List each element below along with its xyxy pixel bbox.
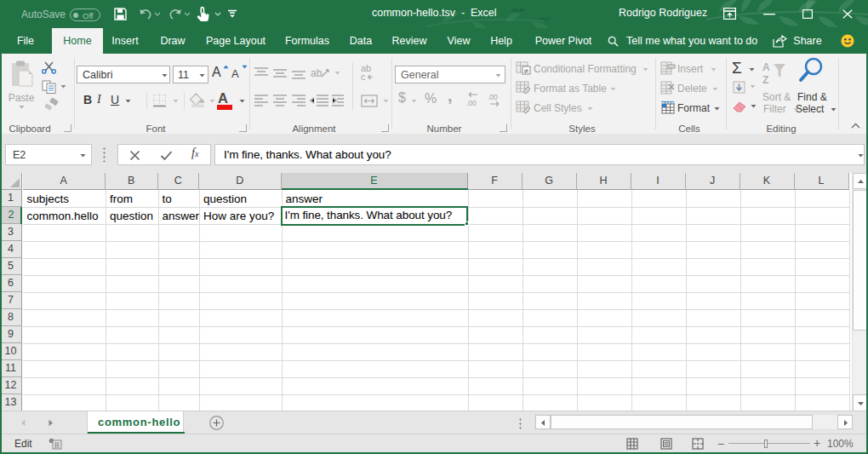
svg-text:ab: ab [311, 67, 323, 79]
svg-text:.00: .00 [466, 99, 477, 107]
svg-text:c: c [361, 72, 366, 81]
svg-text:A: A [762, 61, 770, 73]
svg-text:Z: Z [762, 74, 768, 86]
svg-text:.00: .00 [488, 93, 498, 101]
